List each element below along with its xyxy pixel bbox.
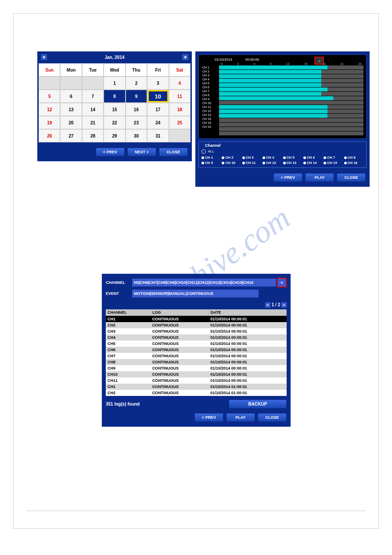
log-play-button[interactable]: PLAY — [226, 413, 255, 422]
timeline-row[interactable] — [219, 101, 363, 105]
timeline-row[interactable] — [219, 118, 363, 123]
log-column-header[interactable]: CHANNEL — [106, 309, 151, 316]
log-close-button[interactable]: CLOSE — [258, 413, 287, 422]
calendar-day[interactable]: 15 — [104, 103, 125, 116]
calendar-day[interactable]: 9 — [126, 90, 147, 103]
timeline-search-icon[interactable]: ⌕ — [314, 57, 324, 65]
calendar-day[interactable]: 20 — [60, 116, 82, 129]
timeline-row[interactable] — [219, 123, 363, 127]
table-row[interactable]: CH9CONTINUOUS01/10/2014 00:00:01 — [106, 365, 287, 371]
calendar-day[interactable]: 5 — [39, 90, 60, 103]
calendar-day[interactable]: 27 — [60, 129, 82, 142]
calendar-day[interactable]: 28 — [82, 129, 104, 142]
timeline-prev-button[interactable]: < PREV — [273, 173, 302, 182]
timeline-row[interactable] — [219, 127, 363, 131]
channel-option[interactable]: CH 8 — [344, 156, 363, 160]
timeline-row[interactable] — [219, 114, 363, 118]
timeline-row[interactable] — [219, 109, 363, 114]
table-row[interactable]: CH1CONTINUOUS01/10/2014 00:00:01 — [106, 316, 287, 323]
page-next-button[interactable]: > — [281, 302, 287, 308]
log-prev-button[interactable]: < PREV — [194, 413, 223, 422]
channel-option[interactable]: CH 11 — [242, 161, 262, 165]
timeline-row[interactable] — [219, 70, 363, 74]
calendar-day[interactable]: 1 — [104, 76, 125, 90]
timeline-row[interactable] — [219, 79, 363, 83]
calendar-day[interactable]: 26 — [39, 129, 60, 142]
timeline-row[interactable] — [219, 92, 363, 96]
backup-button[interactable]: BACKUP — [229, 399, 287, 409]
log-channel-field[interactable]: H5|CH6|CH7|CH8|CH9|CH10|CH11|CH12|CH13|C… — [132, 279, 276, 287]
calendar-day[interactable]: 29 — [104, 129, 125, 142]
table-row[interactable]: CH6CONTINUOUS01/10/2014 00:00:01 — [106, 347, 287, 353]
timeline-row[interactable] — [219, 131, 363, 136]
calendar-day[interactable]: 31 — [147, 129, 169, 142]
calendar-day[interactable]: 13 — [60, 103, 82, 116]
channel-option[interactable]: CH 3 — [242, 156, 262, 160]
timeline-close-button[interactable]: CLOSE — [337, 173, 366, 182]
table-row[interactable]: CH2CONTINUOUS01/10/2014 00:00:01 — [106, 322, 287, 328]
table-row[interactable]: CH3CONTINUOUS01/10/2014 00:00:01 — [106, 328, 287, 334]
table-row[interactable]: CH2CONTINUOUS01/10/2014 01:00:01 — [106, 390, 287, 396]
table-row[interactable]: CH8CONTINUOUS01/10/2014 00:00:01 — [106, 359, 287, 365]
channel-option[interactable]: CH 12 — [263, 161, 282, 165]
log-column-header[interactable]: DATE — [209, 309, 286, 316]
calendar-day[interactable]: 22 — [104, 116, 125, 129]
timeline-row[interactable] — [219, 96, 363, 101]
calendar-day[interactable]: 25 — [169, 116, 191, 129]
channel-option[interactable]: CH 6 — [303, 156, 323, 160]
calendar-dow: Mon — [60, 63, 82, 76]
timeline-play-button[interactable]: PLAY — [305, 173, 334, 182]
table-row[interactable]: CH10CONTINUOUS01/10/2014 00:00:01 — [106, 371, 287, 377]
timeline-row[interactable] — [219, 74, 363, 79]
channel-option[interactable]: CH 13 — [283, 161, 302, 165]
calendar-day[interactable]: 17 — [147, 103, 169, 116]
calendar-day[interactable]: 30 — [126, 129, 147, 142]
calendar-panel: ✲ Jan, 2014 ✲ SunMonTueWedThuFriSat12345… — [37, 51, 192, 161]
log-column-header[interactable]: LOG — [151, 309, 209, 316]
channel-option[interactable]: CH 1 — [201, 156, 221, 160]
calendar-next-button[interactable]: NEXT > — [127, 148, 156, 156]
calendar-close-button[interactable]: CLOSE — [159, 148, 188, 156]
page-prev-button[interactable]: < — [265, 302, 270, 308]
log-event-field[interactable]: MOTION|SENSOR|MANUAL|CONTINUOUS — [132, 290, 259, 297]
channel-option[interactable]: CH 9 — [201, 161, 221, 165]
calendar-day[interactable]: 6 — [60, 90, 82, 103]
channel-option[interactable]: CH 2 — [222, 156, 241, 160]
calendar-day[interactable]: 14 — [82, 103, 104, 116]
channel-option[interactable]: CH 15 — [324, 161, 343, 165]
channel-option[interactable]: CH 7 — [324, 156, 343, 160]
timeline-row[interactable] — [219, 105, 363, 109]
channel-option[interactable]: CH 16 — [344, 161, 363, 165]
calendar-day[interactable]: 8 — [104, 90, 125, 103]
calendar-day[interactable]: 18 — [169, 103, 191, 116]
calendar-day[interactable]: 23 — [126, 116, 147, 129]
calendar-settings-right-icon[interactable]: ✲ — [182, 54, 189, 61]
calendar-day[interactable]: 19 — [39, 116, 60, 129]
log-channel-dropdown-icon[interactable]: ▾ — [277, 278, 287, 287]
calendar-day[interactable]: 10 — [147, 90, 169, 103]
calendar-day[interactable]: 16 — [126, 103, 147, 116]
calendar-day[interactable]: 11 — [169, 90, 191, 103]
calendar-day[interactable]: 3 — [147, 76, 169, 90]
channel-option[interactable]: CH 10 — [222, 161, 241, 165]
table-row[interactable]: CH4CONTINUOUS01/10/2014 00:00:01 — [106, 334, 287, 341]
table-row[interactable]: CH11CONTINUOUS01/10/2014 00:00:01 — [106, 377, 287, 384]
timeline-row[interactable] — [219, 87, 363, 92]
table-row[interactable]: CH5CONTINUOUS01/10/2014 00:00:01 — [106, 341, 287, 347]
calendar-day[interactable]: 12 — [39, 103, 60, 116]
calendar-day[interactable]: 7 — [82, 90, 104, 103]
channel-all-option[interactable]: ALL — [201, 149, 363, 154]
calendar-day[interactable]: 2 — [126, 76, 147, 90]
calendar-day[interactable]: 4 — [169, 76, 191, 90]
timeline-row[interactable] — [219, 65, 363, 70]
channel-option[interactable]: CH 14 — [303, 161, 323, 165]
channel-option[interactable]: CH 5 — [283, 156, 302, 160]
channel-option[interactable]: CH 4 — [263, 156, 282, 160]
calendar-prev-button[interactable]: < PREV — [96, 148, 125, 156]
calendar-settings-left-icon[interactable]: ✲ — [40, 54, 47, 61]
table-row[interactable]: CH7CONTINUOUS01/10/2014 00:00:01 — [106, 353, 287, 359]
calendar-day[interactable]: 24 — [147, 116, 169, 129]
table-row[interactable]: CH1CONTINUOUS01/10/2014 01:00:01 — [106, 384, 287, 390]
timeline-row[interactable] — [219, 83, 363, 87]
calendar-day[interactable]: 21 — [82, 116, 104, 129]
